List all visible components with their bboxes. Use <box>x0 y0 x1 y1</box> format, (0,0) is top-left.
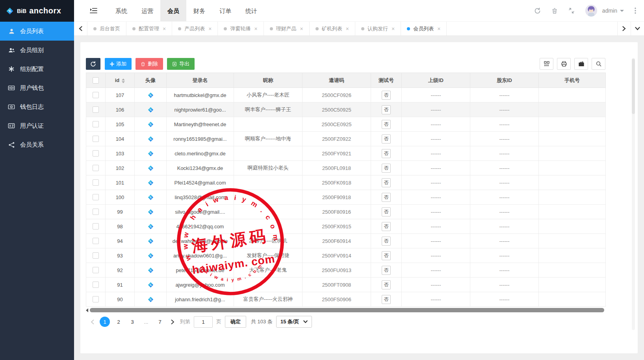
test-flag-badge: 否 <box>382 237 391 246</box>
row-checkbox[interactable] <box>93 165 99 171</box>
row-checkbox[interactable] <box>93 296 99 302</box>
wallet-icon <box>8 84 15 91</box>
cell-shareholder-id: ------ <box>470 146 539 161</box>
row-checkbox[interactable] <box>93 136 99 142</box>
close-icon[interactable]: × <box>208 26 212 32</box>
nav-item-finance[interactable]: 财务 <box>186 0 212 21</box>
cell-id: 94 <box>106 234 135 248</box>
print-icon[interactable] <box>557 58 571 70</box>
tabs-scroll-right-icon[interactable] <box>617 22 631 35</box>
nav-item-order[interactable]: 订单 <box>212 0 238 21</box>
export-file-icon[interactable] <box>574 58 588 70</box>
tab-finance-products[interactable]: 理财产品 × <box>264 22 310 35</box>
column-id[interactable]: id <box>106 73 135 88</box>
search-icon[interactable] <box>592 58 605 70</box>
cell-phone <box>539 117 606 132</box>
close-icon[interactable]: × <box>437 26 440 32</box>
cell-login: nightprowler61@goo... <box>167 103 234 117</box>
close-icon[interactable]: × <box>254 26 257 32</box>
row-checkbox[interactable] <box>93 282 99 288</box>
tab-home[interactable]: 后台首页 <box>87 22 126 35</box>
user-menu[interactable]: admin <box>602 7 624 14</box>
wallet-log-icon <box>8 103 15 110</box>
row-checkbox[interactable] <box>93 209 99 215</box>
nav-item-system[interactable]: 系统 <box>108 0 134 21</box>
cell-invite-code: 2500FV0914 <box>303 248 371 263</box>
scroll-left-arrow-icon[interactable] <box>86 308 88 312</box>
tab-subscription[interactable]: 认购发行 × <box>355 22 401 35</box>
cell-parent-id: ------ <box>402 190 470 205</box>
row-checkbox[interactable] <box>93 92 99 98</box>
horizontal-scrollbar[interactable] <box>86 308 605 312</box>
cell-nickname <box>234 175 303 190</box>
confirm-button[interactable]: 确定 <box>225 316 246 328</box>
horizontal-scrollbar-thumb[interactable] <box>90 308 604 312</box>
tab-carousel[interactable]: 弹窗轮播 × <box>218 22 264 35</box>
add-button[interactable]: 添加 <box>105 58 132 70</box>
sidebar-item-member-relation[interactable]: 会员关系 <box>0 135 74 154</box>
row-checkbox[interactable] <box>93 223 99 229</box>
columns-icon[interactable] <box>540 58 553 70</box>
pagination: 123...7 到第 页 确定 共 103 条 15 条/页 <box>88 316 638 328</box>
row-checkbox[interactable] <box>93 238 99 244</box>
goto-page-input[interactable] <box>194 316 213 328</box>
logo[interactable]: BiB anchorx <box>0 0 74 22</box>
cell-parent-id: ------ <box>402 248 470 263</box>
row-checkbox[interactable] <box>93 106 99 113</box>
tab-miners[interactable]: 矿机列表 × <box>310 22 355 35</box>
row-checkbox[interactable] <box>93 179 99 186</box>
tabs-scroll-left-icon[interactable] <box>74 22 87 35</box>
sidebar-item-wallet-log[interactable]: 钱包日志 <box>0 97 74 116</box>
tabs-menu-icon[interactable] <box>631 22 644 35</box>
trash-icon[interactable] <box>551 7 558 14</box>
sidebar-item-user-wallet[interactable]: 用户钱包 <box>0 78 74 97</box>
close-icon[interactable]: × <box>163 26 166 32</box>
sidebar-item-group-config[interactable]: 组别配置 <box>0 60 74 78</box>
page-button-7[interactable]: 7 <box>155 317 165 327</box>
refresh-table-button[interactable] <box>86 58 100 70</box>
row-checkbox[interactable] <box>93 194 99 200</box>
table-header-row: id 头像 登录名 昵称 邀请码 测试号 上级ID 股东ID 手机号 <box>86 73 606 88</box>
cell-login: Kocki1234@gmx.de <box>167 161 234 175</box>
close-icon[interactable]: × <box>300 26 303 32</box>
tab-config[interactable]: 配置管理 × <box>126 22 172 35</box>
vertical-scrollbar-thumb[interactable] <box>632 59 635 114</box>
export-button[interactable]: 导出 <box>167 58 195 70</box>
page-size-select[interactable]: 15 条/页 <box>276 316 312 328</box>
tab-member-list[interactable]: 会员列表 × <box>401 22 447 35</box>
nav-item-operation[interactable]: 运营 <box>134 0 160 21</box>
vertical-scrollbar[interactable] <box>632 58 635 330</box>
user-avatar[interactable] <box>585 5 597 17</box>
row-checkbox[interactable] <box>93 267 99 273</box>
fullscreen-icon[interactable] <box>568 7 575 14</box>
close-icon[interactable]: × <box>346 26 349 32</box>
bib-avatar-icon <box>147 106 154 113</box>
prev-page-icon[interactable] <box>88 317 96 327</box>
page-button-2[interactable]: 2 <box>113 317 124 327</box>
close-icon[interactable]: × <box>392 26 395 32</box>
sidebar-item-member-list[interactable]: 会员列表 <box>0 22 74 41</box>
nav-item-stats[interactable]: 统计 <box>238 0 264 21</box>
sidebar-item-member-group[interactable]: 会员组别 <box>0 41 74 60</box>
more-icon[interactable] <box>635 7 636 14</box>
delete-button[interactable]: 删除 <box>135 58 163 70</box>
tab-products[interactable]: 产品列表 × <box>172 22 218 35</box>
sidebar-item-user-auth[interactable]: 用户认证 <box>0 116 74 135</box>
cell-parent-id: ------ <box>402 88 470 103</box>
page-button-1[interactable]: 1 <box>100 317 110 327</box>
table-row: 93 andy.shadow0601@g... 发财客户----保时捷 2500… <box>86 248 606 263</box>
test-flag-badge: 否 <box>382 295 391 304</box>
test-flag-badge: 否 <box>382 105 391 114</box>
select-all-checkbox[interactable] <box>93 77 99 84</box>
refresh-icon[interactable] <box>534 7 541 14</box>
row-checkbox[interactable] <box>93 121 99 127</box>
nav-item-member[interactable]: 会员 <box>160 0 186 21</box>
page-button-3[interactable]: 3 <box>127 317 137 327</box>
sidebar-toggle-icon[interactable] <box>90 7 97 14</box>
cell-phone <box>539 190 606 205</box>
cell-shareholder-id: ------ <box>470 248 539 263</box>
sort-icon[interactable] <box>122 78 125 83</box>
next-page-icon[interactable] <box>169 317 176 327</box>
row-checkbox[interactable] <box>93 150 99 157</box>
row-checkbox[interactable] <box>93 252 99 259</box>
